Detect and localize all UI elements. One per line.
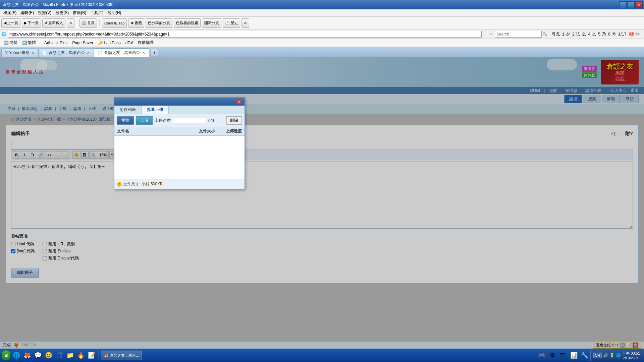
menu-bookmarks[interactable]: 書籤(B) [71, 9, 88, 16]
address-label: 🌐 [1, 32, 6, 37]
forward-icon: ▶ [24, 21, 27, 25]
menu-view[interactable]: 視覺(V) [36, 9, 53, 16]
shortcut-3: 2.弘 [572, 31, 580, 37]
taskbar-sep [99, 351, 99, 360]
taskbar-folder-icon[interactable]: 📁 [65, 350, 75, 360]
shortcut-bar: 弓戈 1.夕 2.弘 3. 4.么 5.乃 6.号 1/17 🎯 ⚙ [549, 31, 643, 37]
taskbar-app-4[interactable]: 📊 [569, 350, 579, 360]
bookmark-autotranslate[interactable]: 自動翻譯 [136, 40, 155, 46]
modal-overlay [0, 57, 644, 362]
bookmark-lastpass[interactable]: 🔑 LastPass [96, 40, 122, 46]
bookmark-jiantizi[interactable]: 🔤 簡體 [2, 40, 19, 46]
taskbar-firefox2-icon[interactable]: 🔥 [76, 350, 86, 360]
file-list-header: 文件名 文件大小 上傳進度 [114, 127, 245, 136]
modal-titlebar: ✕ [114, 98, 245, 106]
taskbar-app-5[interactable]: 🔧 [580, 350, 590, 360]
modal-close-button[interactable]: ✕ [236, 99, 242, 104]
modal-footer: ! 文件尺寸: 小於 500KB [114, 179, 245, 189]
shortcut-settings: ⚙ [636, 32, 640, 37]
menu-edit[interactable]: 編輯(E) [18, 9, 36, 16]
close-tab-icon-button[interactable]: ✕ [241, 18, 249, 28]
tab-cj1-close[interactable]: ✕ [86, 51, 90, 55]
bookmark-pagesaver[interactable]: Page Saver [70, 40, 95, 46]
bookmark-dropdown-icon[interactable]: ▼ [489, 32, 493, 37]
bk-sep [40, 39, 40, 47]
bookmark-adblock[interactable]: Adblock Plus [43, 40, 69, 46]
taskbar-firefox-icon[interactable]: 🦊 [22, 350, 32, 360]
stop-button[interactable]: ✕ [67, 18, 74, 28]
language-indicator[interactable]: CH [593, 353, 602, 358]
search-icon[interactable]: 🔍 [542, 32, 547, 37]
reload-button[interactable]: ↺ 重新截入 [42, 18, 65, 28]
tab-yahoo[interactable]: Y Yahoo!奇摩 ✕ [1, 48, 39, 57]
forward-button[interactable]: ▶ 下一頁 [22, 18, 41, 28]
taskbar-messenger-icon[interactable]: 💬 [33, 350, 43, 360]
speed-label: 上傳速度 [155, 118, 171, 123]
tab-cj2-close[interactable]: ✕ [142, 51, 146, 55]
stop-icon: ✕ [69, 21, 72, 25]
taskbar-browser-icon: 🦊 [104, 353, 109, 358]
coral-tab-button[interactable]: Coral IE Tab [102, 18, 127, 28]
menu-bar: 檔案(F) 編輯(E) 視覺(V) 歷史(S) 書籤(B) 工具(T) 說明(H… [0, 9, 644, 17]
new-tab-button[interactable]: + [151, 49, 158, 56]
browser-content: 自 學 倉 頡 輸 入 法 繁體版 簡体版 倉頡之友 馬來西亞 DOBI | 提… [0, 57, 644, 362]
modal-tab-attachlist[interactable]: 附件列表 [114, 106, 142, 114]
shared-pages-button[interactable]: 已分享的分頁 [146, 18, 172, 28]
tab-cj1[interactable]: 📄 倉頡之友．馬來西亞 ✕ [39, 48, 94, 57]
shortcut-2: 1.夕 [562, 31, 570, 37]
tab-cj1-icon: 📄 [42, 51, 47, 55]
home-button[interactable]: 🏠 首頁 [79, 18, 97, 28]
file-list [114, 136, 245, 179]
taskbar-editor-icon[interactable]: 📝 [87, 350, 97, 360]
close-icon: ✕ [244, 21, 247, 25]
search-input[interactable] [495, 31, 542, 38]
tab-cj2[interactable]: 📄 倉頡之友．馬來西亞 ✕ [94, 48, 149, 57]
shortcut-5: 4.么 [588, 31, 596, 37]
tab-yahoo-label: Yahoo!奇摩 [9, 50, 30, 56]
new-tab-button[interactable]: 開新分頁 [202, 18, 221, 28]
address-input[interactable] [8, 31, 482, 38]
taskbar-smiley-icon[interactable]: 😊 [44, 350, 54, 360]
taskbar: ⊞ 🌐 🦊 💬 😊 🎵 📁 🔥 📝 🦊 倉頡之友．馬來... 🎮 ⚙ 🛡 📊 🔧… [0, 349, 644, 362]
taskbar-firefox-item[interactable]: 🦊 倉頡之友．馬來... [101, 351, 142, 360]
taskbar-app-1[interactable]: 🎮 [537, 350, 547, 360]
start-button[interactable]: ⊞ [1, 350, 11, 361]
browse-button[interactable]: 瀏覽 [117, 116, 134, 125]
taskbar-media-icon[interactable]: 🎵 [54, 350, 64, 360]
viewed-windows-button[interactable]: 已觀看的視窗 [174, 18, 201, 28]
minimize-button[interactable]: − [619, 1, 627, 8]
taskbar-app-3[interactable]: 🛡 [558, 350, 568, 360]
time-label: 下午 03:51 [622, 351, 640, 356]
bookmark-dta[interactable]: dTa! [124, 40, 135, 46]
tab-yahoo-close[interactable]: ✕ [31, 51, 35, 55]
bookmarks-icon: ★ [130, 21, 134, 25]
home-icon: 🏠 [82, 21, 87, 25]
bookmarks-button[interactable]: ★ 書籤 [128, 18, 144, 28]
menu-file[interactable]: 檔案(F) [1, 9, 18, 16]
modal-tab-bulkupload[interactable]: 批量上傳 [142, 106, 169, 114]
modal-tabs: 附件列表 批量上傳 [114, 106, 245, 114]
upload-modal: ✕ 附件列表 批量上傳 瀏覽 上傳 上傳速度 0/0 刪除 文件名 文件大小 上… [114, 97, 245, 189]
maximize-button[interactable]: □ [627, 1, 635, 8]
history-button[interactable]: 🕐 歷史 [223, 18, 240, 28]
browser-tabs: Y Yahoo!奇摩 ✕ 📄 倉頡之友．馬來西亞 ✕ 📄 倉頡之友．馬來西亞 ✕… [0, 47, 644, 57]
col-name-header: 文件名 [117, 128, 188, 134]
menu-help[interactable]: 說明(H) [106, 9, 123, 16]
menu-tools[interactable]: 工具(T) [88, 9, 105, 16]
star-icon[interactable]: ☆ [483, 32, 487, 37]
close-button[interactable]: ✕ [635, 1, 643, 8]
back-button[interactable]: ◀ 上一頁 [1, 18, 20, 28]
file-size-limit: 文件尺寸: 小於 500KB [123, 181, 163, 187]
upload-button[interactable]: 上傳 [136, 116, 153, 125]
delete-button[interactable]: 刪除 [226, 116, 242, 125]
shortcut-6: 5.乃 [598, 31, 606, 37]
back-icon: ◀ [4, 21, 6, 25]
menu-history[interactable]: 歷史(S) [53, 9, 71, 16]
bookmark-fantizi[interactable]: 🔤 繁體 [20, 40, 38, 46]
history-icon: 🕐 [225, 21, 230, 25]
taskbar-app-2[interactable]: ⚙ [547, 350, 557, 360]
system-tray: CH 🔊 🔋 🌐 下午 03:51 2010/5/26 [590, 350, 643, 361]
bookmarks-bar: 🔤 簡體 🔤 繁體 Adblock Plus Page Saver 🔑 Last… [0, 39, 644, 47]
taskbar-ie-icon[interactable]: 🌐 [11, 350, 21, 360]
tray-icon-3: 🌐 [616, 353, 621, 358]
